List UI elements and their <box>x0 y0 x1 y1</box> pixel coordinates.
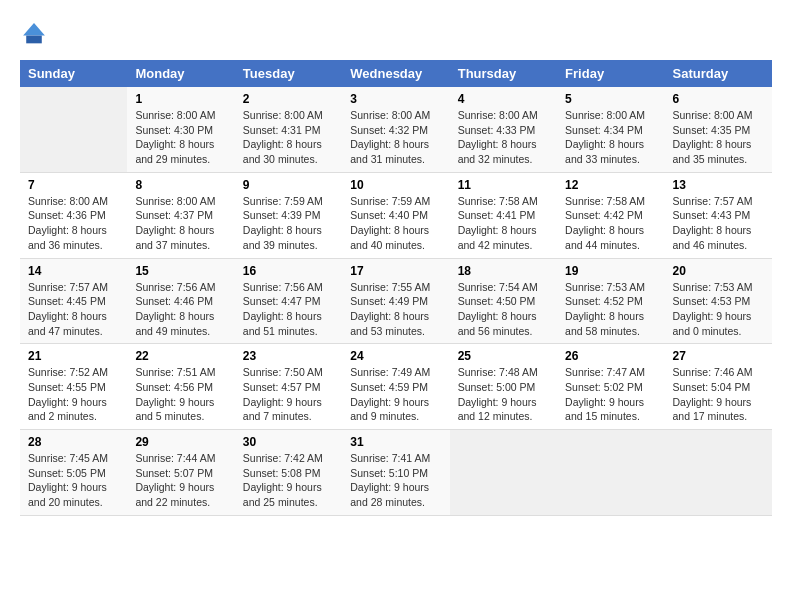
table-row: 15Sunrise: 7:56 AMSunset: 4:46 PMDayligh… <box>127 258 234 344</box>
logo-icon <box>20 20 48 48</box>
day-number: 8 <box>135 178 226 192</box>
day-number: 16 <box>243 264 334 278</box>
day-info: Sunrise: 7:59 AMSunset: 4:39 PMDaylight:… <box>243 194 334 253</box>
table-row: 4Sunrise: 8:00 AMSunset: 4:33 PMDaylight… <box>450 87 557 172</box>
header-tuesday: Tuesday <box>235 60 342 87</box>
day-number: 6 <box>673 92 764 106</box>
table-row: 31Sunrise: 7:41 AMSunset: 5:10 PMDayligh… <box>342 430 449 516</box>
header-sunday: Sunday <box>20 60 127 87</box>
day-number: 28 <box>28 435 119 449</box>
table-row: 24Sunrise: 7:49 AMSunset: 4:59 PMDayligh… <box>342 344 449 430</box>
logo <box>20 20 52 48</box>
table-row: 16Sunrise: 7:56 AMSunset: 4:47 PMDayligh… <box>235 258 342 344</box>
table-row: 20Sunrise: 7:53 AMSunset: 4:53 PMDayligh… <box>665 258 772 344</box>
table-row: 19Sunrise: 7:53 AMSunset: 4:52 PMDayligh… <box>557 258 664 344</box>
table-row: 7Sunrise: 8:00 AMSunset: 4:36 PMDaylight… <box>20 172 127 258</box>
calendar-table: SundayMondayTuesdayWednesdayThursdayFrid… <box>20 60 772 516</box>
day-number: 3 <box>350 92 441 106</box>
day-info: Sunrise: 7:55 AMSunset: 4:49 PMDaylight:… <box>350 280 441 339</box>
day-number: 18 <box>458 264 549 278</box>
day-info: Sunrise: 7:48 AMSunset: 5:00 PMDaylight:… <box>458 365 549 424</box>
table-row <box>557 430 664 516</box>
day-number: 29 <box>135 435 226 449</box>
day-number: 23 <box>243 349 334 363</box>
calendar-header-row: SundayMondayTuesdayWednesdayThursdayFrid… <box>20 60 772 87</box>
table-row: 27Sunrise: 7:46 AMSunset: 5:04 PMDayligh… <box>665 344 772 430</box>
day-info: Sunrise: 7:57 AMSunset: 4:45 PMDaylight:… <box>28 280 119 339</box>
day-number: 11 <box>458 178 549 192</box>
day-info: Sunrise: 8:00 AMSunset: 4:35 PMDaylight:… <box>673 108 764 167</box>
day-info: Sunrise: 8:00 AMSunset: 4:31 PMDaylight:… <box>243 108 334 167</box>
header-thursday: Thursday <box>450 60 557 87</box>
day-info: Sunrise: 7:53 AMSunset: 4:52 PMDaylight:… <box>565 280 656 339</box>
week-row-4: 21Sunrise: 7:52 AMSunset: 4:55 PMDayligh… <box>20 344 772 430</box>
day-number: 4 <box>458 92 549 106</box>
day-info: Sunrise: 7:46 AMSunset: 5:04 PMDaylight:… <box>673 365 764 424</box>
day-number: 27 <box>673 349 764 363</box>
table-row: 5Sunrise: 8:00 AMSunset: 4:34 PMDaylight… <box>557 87 664 172</box>
page-header <box>20 20 772 48</box>
day-info: Sunrise: 7:56 AMSunset: 4:47 PMDaylight:… <box>243 280 334 339</box>
day-info: Sunrise: 8:00 AMSunset: 4:36 PMDaylight:… <box>28 194 119 253</box>
day-info: Sunrise: 7:52 AMSunset: 4:55 PMDaylight:… <box>28 365 119 424</box>
table-row: 1Sunrise: 8:00 AMSunset: 4:30 PMDaylight… <box>127 87 234 172</box>
day-info: Sunrise: 7:41 AMSunset: 5:10 PMDaylight:… <box>350 451 441 510</box>
header-monday: Monday <box>127 60 234 87</box>
day-info: Sunrise: 8:00 AMSunset: 4:32 PMDaylight:… <box>350 108 441 167</box>
day-info: Sunrise: 7:56 AMSunset: 4:46 PMDaylight:… <box>135 280 226 339</box>
day-info: Sunrise: 7:44 AMSunset: 5:07 PMDaylight:… <box>135 451 226 510</box>
day-number: 1 <box>135 92 226 106</box>
day-number: 10 <box>350 178 441 192</box>
day-info: Sunrise: 7:50 AMSunset: 4:57 PMDaylight:… <box>243 365 334 424</box>
table-row: 18Sunrise: 7:54 AMSunset: 4:50 PMDayligh… <box>450 258 557 344</box>
table-row: 6Sunrise: 8:00 AMSunset: 4:35 PMDaylight… <box>665 87 772 172</box>
table-row: 8Sunrise: 8:00 AMSunset: 4:37 PMDaylight… <box>127 172 234 258</box>
table-row: 2Sunrise: 8:00 AMSunset: 4:31 PMDaylight… <box>235 87 342 172</box>
svg-rect-1 <box>26 36 42 44</box>
day-info: Sunrise: 7:53 AMSunset: 4:53 PMDaylight:… <box>673 280 764 339</box>
day-number: 30 <box>243 435 334 449</box>
day-info: Sunrise: 7:54 AMSunset: 4:50 PMDaylight:… <box>458 280 549 339</box>
day-number: 19 <box>565 264 656 278</box>
day-number: 15 <box>135 264 226 278</box>
table-row: 22Sunrise: 7:51 AMSunset: 4:56 PMDayligh… <box>127 344 234 430</box>
day-info: Sunrise: 8:00 AMSunset: 4:34 PMDaylight:… <box>565 108 656 167</box>
table-row: 9Sunrise: 7:59 AMSunset: 4:39 PMDaylight… <box>235 172 342 258</box>
day-info: Sunrise: 7:58 AMSunset: 4:41 PMDaylight:… <box>458 194 549 253</box>
table-row: 3Sunrise: 8:00 AMSunset: 4:32 PMDaylight… <box>342 87 449 172</box>
table-row <box>450 430 557 516</box>
day-info: Sunrise: 7:47 AMSunset: 5:02 PMDaylight:… <box>565 365 656 424</box>
week-row-3: 14Sunrise: 7:57 AMSunset: 4:45 PMDayligh… <box>20 258 772 344</box>
day-number: 26 <box>565 349 656 363</box>
day-number: 20 <box>673 264 764 278</box>
table-row: 11Sunrise: 7:58 AMSunset: 4:41 PMDayligh… <box>450 172 557 258</box>
table-row: 30Sunrise: 7:42 AMSunset: 5:08 PMDayligh… <box>235 430 342 516</box>
week-row-2: 7Sunrise: 8:00 AMSunset: 4:36 PMDaylight… <box>20 172 772 258</box>
day-number: 2 <box>243 92 334 106</box>
table-row: 13Sunrise: 7:57 AMSunset: 4:43 PMDayligh… <box>665 172 772 258</box>
day-number: 24 <box>350 349 441 363</box>
day-number: 31 <box>350 435 441 449</box>
day-info: Sunrise: 7:49 AMSunset: 4:59 PMDaylight:… <box>350 365 441 424</box>
day-number: 12 <box>565 178 656 192</box>
table-row: 17Sunrise: 7:55 AMSunset: 4:49 PMDayligh… <box>342 258 449 344</box>
svg-marker-0 <box>23 23 45 35</box>
table-row: 25Sunrise: 7:48 AMSunset: 5:00 PMDayligh… <box>450 344 557 430</box>
day-info: Sunrise: 8:00 AMSunset: 4:33 PMDaylight:… <box>458 108 549 167</box>
day-info: Sunrise: 8:00 AMSunset: 4:30 PMDaylight:… <box>135 108 226 167</box>
day-info: Sunrise: 7:57 AMSunset: 4:43 PMDaylight:… <box>673 194 764 253</box>
day-number: 21 <box>28 349 119 363</box>
day-info: Sunrise: 7:42 AMSunset: 5:08 PMDaylight:… <box>243 451 334 510</box>
day-number: 22 <box>135 349 226 363</box>
table-row <box>665 430 772 516</box>
day-number: 25 <box>458 349 549 363</box>
week-row-1: 1Sunrise: 8:00 AMSunset: 4:30 PMDaylight… <box>20 87 772 172</box>
week-row-5: 28Sunrise: 7:45 AMSunset: 5:05 PMDayligh… <box>20 430 772 516</box>
day-number: 9 <box>243 178 334 192</box>
day-number: 13 <box>673 178 764 192</box>
table-row: 21Sunrise: 7:52 AMSunset: 4:55 PMDayligh… <box>20 344 127 430</box>
day-info: Sunrise: 7:58 AMSunset: 4:42 PMDaylight:… <box>565 194 656 253</box>
table-row: 10Sunrise: 7:59 AMSunset: 4:40 PMDayligh… <box>342 172 449 258</box>
day-info: Sunrise: 7:59 AMSunset: 4:40 PMDaylight:… <box>350 194 441 253</box>
day-info: Sunrise: 7:45 AMSunset: 5:05 PMDaylight:… <box>28 451 119 510</box>
